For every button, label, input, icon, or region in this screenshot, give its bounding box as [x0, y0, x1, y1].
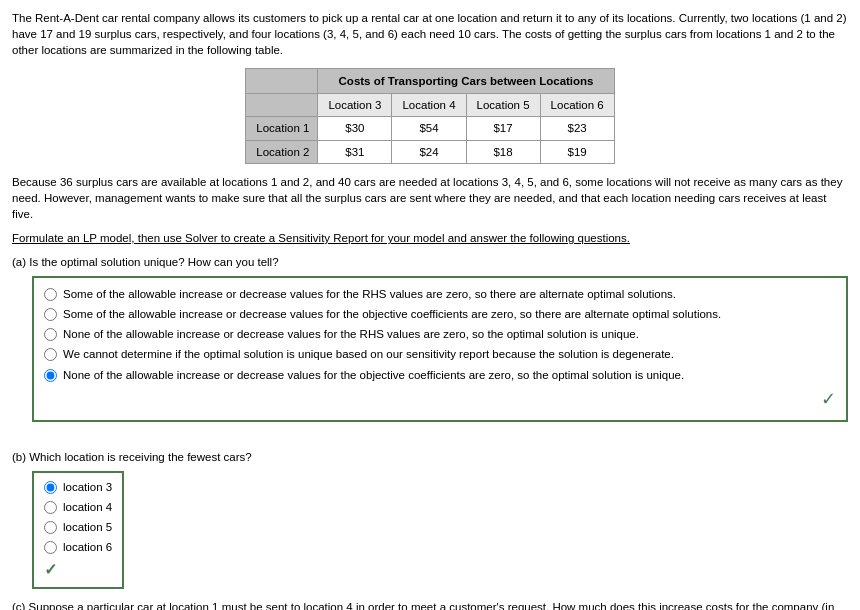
col-header-6: Location 6 — [540, 94, 614, 117]
cell-2-3: $31 — [318, 140, 392, 163]
col-header-4: Location 4 — [392, 94, 466, 117]
cell-1-3: $30 — [318, 117, 392, 140]
col-header-3: Location 3 — [318, 94, 392, 117]
row-header-2: Location 2 — [246, 140, 318, 163]
question-a-section: (a) Is the optimal solution unique? How … — [12, 254, 848, 422]
radio-a-4[interactable] — [44, 369, 57, 382]
option-b-0-label: location 3 — [63, 479, 112, 495]
question-a-checkmark: ✓ — [44, 387, 836, 412]
cost-table-container: Costs of Transporting Cars between Locat… — [12, 68, 848, 163]
option-b-1-label: location 4 — [63, 499, 112, 515]
radio-b-0[interactable] — [44, 481, 57, 494]
option-a-0-label: Some of the allowable increase or decrea… — [63, 286, 676, 302]
option-b-3[interactable]: location 6 — [44, 539, 112, 555]
option-a-2[interactable]: None of the allowable increase or decrea… — [44, 326, 836, 342]
radio-b-1[interactable] — [44, 501, 57, 514]
option-a-3[interactable]: We cannot determine if the optimal solut… — [44, 346, 836, 362]
option-a-3-label: We cannot determine if the optimal solut… — [63, 346, 674, 362]
cell-2-4: $24 — [392, 140, 466, 163]
question-b-section: (b) Which location is receiving the fewe… — [12, 449, 848, 590]
intro-paragraph: The Rent-A-Dent car rental company allow… — [12, 10, 848, 58]
question-b-label: (b) Which location is receiving the fewe… — [12, 449, 848, 465]
option-a-4-label: None of the allowable increase or decrea… — [63, 367, 684, 383]
radio-a-1[interactable] — [44, 308, 57, 321]
radio-a-2[interactable] — [44, 328, 57, 341]
option-a-1[interactable]: Some of the allowable increase or decrea… — [44, 306, 836, 322]
radio-b-3[interactable] — [44, 541, 57, 554]
option-a-1-label: Some of the allowable increase or decrea… — [63, 306, 721, 322]
option-b-2-label: location 5 — [63, 519, 112, 535]
radio-a-3[interactable] — [44, 348, 57, 361]
cell-1-5: $17 — [466, 117, 540, 140]
option-a-0[interactable]: Some of the allowable increase or decrea… — [44, 286, 836, 302]
option-b-0[interactable]: location 3 — [44, 479, 112, 495]
option-b-2[interactable]: location 5 — [44, 519, 112, 535]
radio-b-2[interactable] — [44, 521, 57, 534]
question-b-checkmark: ✓ — [44, 559, 112, 581]
question-c-label: (c) Suppose a particular car at location… — [12, 599, 848, 610]
option-a-4[interactable]: None of the allowable increase or decrea… — [44, 367, 836, 383]
option-b-3-label: location 6 — [63, 539, 112, 555]
paragraph1: Because 36 surplus cars are available at… — [12, 174, 848, 222]
table-title: Costs of Transporting Cars between Locat… — [318, 69, 614, 94]
paragraph2-underline: Formulate an LP model, then use Solver t… — [12, 230, 848, 246]
question-a-label: (a) Is the optimal solution unique? How … — [12, 254, 848, 270]
col-header-5: Location 5 — [466, 94, 540, 117]
row-header-1: Location 1 — [246, 117, 318, 140]
option-b-1[interactable]: location 4 — [44, 499, 112, 515]
radio-a-0[interactable] — [44, 288, 57, 301]
question-c-section: (c) Suppose a particular car at location… — [12, 599, 848, 610]
option-a-2-label: None of the allowable increase or decrea… — [63, 326, 639, 342]
cell-1-4: $54 — [392, 117, 466, 140]
cost-table: Costs of Transporting Cars between Locat… — [245, 68, 614, 163]
question-b-answer-box: location 3 location 4 location 5 locatio… — [32, 471, 124, 590]
cell-1-6: $23 — [540, 117, 614, 140]
question-a-answer-box: Some of the allowable increase or decrea… — [32, 276, 848, 422]
cell-2-5: $18 — [466, 140, 540, 163]
cell-2-6: $19 — [540, 140, 614, 163]
